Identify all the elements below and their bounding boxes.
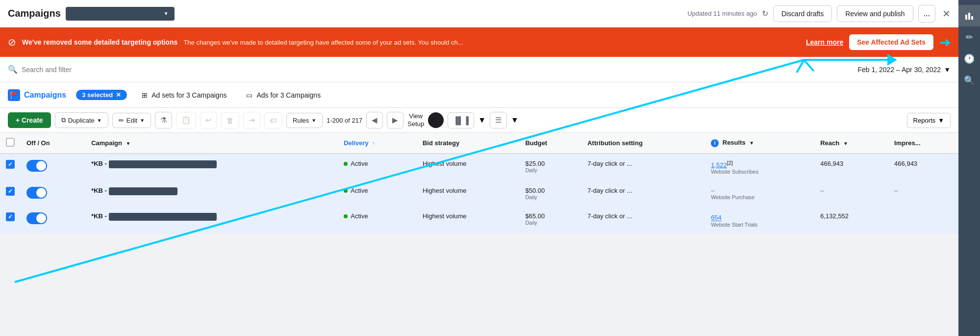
- budget-period: Daily: [525, 167, 576, 173]
- reach-value: 466,943: [820, 160, 843, 167]
- campaign-name-cell: *KB -: [85, 154, 338, 181]
- sidebar-edit-icon[interactable]: ✏: [958, 26, 980, 48]
- next-page-button[interactable]: ▶: [387, 112, 403, 129]
- edit-label: Edit: [126, 117, 137, 124]
- learn-more-link[interactable]: Learn more: [806, 38, 843, 46]
- reports-button[interactable]: Reports ▼: [907, 113, 951, 128]
- top-header: Campaigns ▼ Updated 11 minutes ago ↻ Dis…: [0, 0, 958, 27]
- chevron-down-icon: ▼: [140, 118, 145, 123]
- row-checkbox-cell[interactable]: [0, 154, 21, 181]
- results-value: –: [711, 187, 808, 194]
- sidebar-bar-chart-icon[interactable]: [958, 5, 980, 26]
- row-toggle[interactable]: [26, 187, 47, 199]
- svg-rect-0: [965, 15, 967, 20]
- select-all-checkbox[interactable]: [6, 138, 15, 147]
- chevron-down-icon: ▼: [97, 118, 102, 123]
- search-bar: 🔍 Feb 1, 2022 – Apr 30, 2022 ▼: [0, 57, 958, 82]
- archive-icon-button[interactable]: 📋: [176, 112, 196, 129]
- close-button[interactable]: ✕: [942, 8, 951, 20]
- edit-button[interactable]: ✏ Edit ▼: [112, 113, 151, 128]
- reach-value: –: [820, 187, 824, 194]
- campaign-name-prefix: *KB -: [91, 212, 107, 220]
- tab-campaigns[interactable]: 🚩 Campaigns: [8, 89, 66, 101]
- chevron-down-icon: ▼: [478, 116, 486, 125]
- attribution-cell: 7-day click or ...: [581, 181, 705, 207]
- search-icon: 🔍: [8, 65, 18, 74]
- row-checkbox-cell[interactable]: [0, 181, 21, 207]
- undo-icon-button[interactable]: ↩: [200, 112, 217, 129]
- right-sidebar: ✏ 🕐 🔍: [958, 0, 980, 234]
- impressions-cell: 466,943: [888, 154, 958, 181]
- table-row: *KB - ActiveHighest volume$25.00Daily7-d…: [0, 154, 958, 181]
- delivery-status: Active: [351, 212, 368, 220]
- prev-page-button[interactable]: ◀: [366, 112, 383, 129]
- budget-period: Daily: [525, 194, 576, 200]
- row-toggle[interactable]: [26, 212, 47, 224]
- reach-column-header: Reach ▼: [814, 133, 888, 154]
- alert-banner: ⊘ We've removed some detailed targeting …: [0, 27, 958, 57]
- campaign-dropdown[interactable]: ▼: [66, 7, 175, 21]
- refresh-icon[interactable]: ↻: [762, 9, 768, 18]
- row-checkbox[interactable]: [6, 187, 15, 196]
- delete-icon-button[interactable]: 🗑: [221, 112, 239, 129]
- reach-cell: –: [814, 181, 888, 207]
- date-range-picker[interactable]: Feb 1, 2022 – Apr 30, 2022 ▼: [857, 66, 951, 74]
- results-column-header: i Results ▼: [705, 133, 814, 154]
- chevron-down-icon: ▼: [511, 116, 519, 125]
- campaign-tab-icon: 🚩: [8, 89, 20, 101]
- export-icon-button[interactable]: ⇥: [243, 112, 260, 129]
- flask-icon-button[interactable]: ⚗: [155, 112, 172, 129]
- more-options-button[interactable]: ...: [918, 5, 935, 23]
- delivery-status: Active: [351, 160, 368, 167]
- svg-rect-2: [971, 16, 973, 20]
- delivery-column-header[interactable]: Delivery ↑: [338, 133, 417, 154]
- sort-icon: ▼: [126, 141, 131, 146]
- bid-strategy-column-header: Bid strategy: [417, 133, 519, 154]
- selected-badge: 3 selected ✕: [76, 90, 127, 100]
- toolbar: + Create ⧉ Duplicate ▼ ✏ Edit ▼ ⚗ 📋 ↩ 🗑 …: [0, 108, 958, 133]
- offon-column-header: Off / On: [21, 133, 85, 154]
- list-view-button[interactable]: ☰: [490, 112, 507, 129]
- select-all-header[interactable]: [0, 133, 21, 154]
- results-cell: 1,522[2]Website Subscribes: [705, 154, 814, 181]
- attribution-column-header: Attribution setting: [581, 133, 705, 154]
- tab-ads[interactable]: ▭ Ads for 3 Campaigns: [241, 91, 326, 99]
- delivery-cell: Active: [338, 207, 417, 233]
- search-input[interactable]: [22, 66, 854, 74]
- duplicate-button[interactable]: ⧉ Duplicate ▼: [55, 112, 108, 128]
- row-checkbox[interactable]: [6, 212, 15, 221]
- sidebar-search-icon[interactable]: 🔍: [958, 70, 980, 91]
- row-checkbox[interactable]: [6, 160, 15, 169]
- campaigns-tab-label: Campaigns: [24, 91, 66, 100]
- results-value: 1,522[2]: [711, 160, 808, 169]
- see-affected-adsets-button[interactable]: See Affected Ad Sets: [849, 34, 933, 50]
- duplicate-label: Duplicate: [68, 117, 95, 124]
- campaign-column-header[interactable]: Campaign ▼: [85, 133, 338, 154]
- view-setup-button[interactable]: ViewSetup: [407, 112, 424, 128]
- row-toggle[interactable]: [26, 160, 47, 172]
- rules-label: Rules: [293, 117, 309, 124]
- results-label: Website Subscribes: [711, 169, 808, 175]
- reach-value: 6,132,552: [820, 212, 849, 220]
- budget-value: $65.00: [525, 212, 576, 220]
- tag-icon-button[interactable]: 🏷: [264, 112, 282, 129]
- circle-view-button[interactable]: [428, 112, 444, 128]
- rules-button[interactable]: Rules ▼: [286, 113, 323, 128]
- row-checkbox-cell[interactable]: [0, 207, 21, 233]
- info-icon: i: [711, 139, 719, 147]
- row-toggle-cell: [21, 207, 85, 233]
- create-button[interactable]: + Create: [8, 112, 51, 128]
- delivery-cell: Active: [338, 181, 417, 207]
- review-publish-button[interactable]: Review and publish: [837, 5, 913, 22]
- columns-view-button[interactable]: ▐▌▐: [448, 112, 474, 129]
- delivery-status: Active: [351, 187, 368, 194]
- clear-selection-button[interactable]: ✕: [116, 91, 121, 99]
- date-range-text: Feb 1, 2022 – Apr 30, 2022: [857, 66, 941, 74]
- sidebar-clock-icon[interactable]: 🕐: [958, 48, 980, 70]
- impressions-cell: –: [888, 181, 958, 207]
- tab-adsets[interactable]: ⊞ Ad sets for 3 Campaigns: [137, 91, 231, 99]
- budget-cell: $25.00Daily: [519, 154, 581, 181]
- budget-value: $25.00: [525, 160, 576, 167]
- discard-drafts-button[interactable]: Discard drafts: [773, 5, 832, 22]
- sort-icon: ▼: [843, 141, 848, 146]
